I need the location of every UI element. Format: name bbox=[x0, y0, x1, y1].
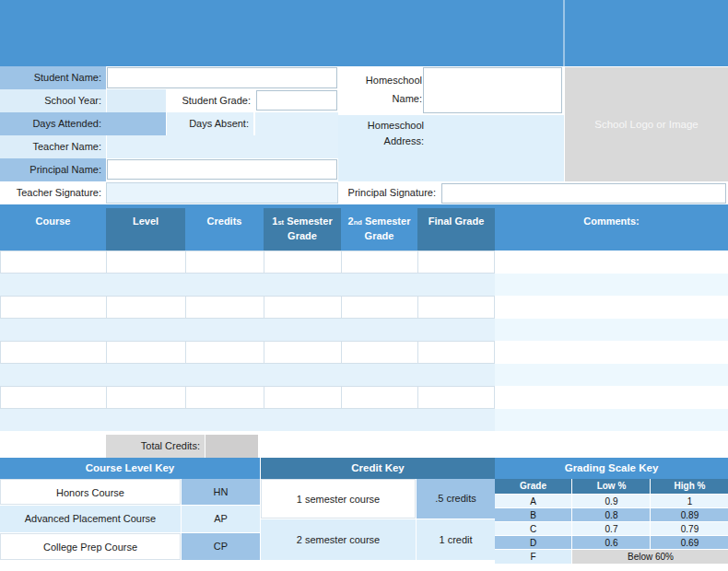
grading-row: A 0.9 1 bbox=[495, 495, 728, 508]
days-attended-cell[interactable]: Days Attended: bbox=[0, 112, 166, 135]
credit-key-value: .5 credits bbox=[417, 479, 495, 519]
school-year-input[interactable] bbox=[107, 89, 166, 112]
student-grade-input[interactable] bbox=[256, 90, 337, 111]
level-cell[interactable] bbox=[106, 297, 186, 318]
comments-cell[interactable] bbox=[495, 296, 728, 319]
comments-cell[interactable] bbox=[495, 274, 728, 297]
grade-range-value: Below 60% bbox=[571, 550, 728, 564]
course-row bbox=[0, 341, 495, 364]
sem1-grade-cell[interactable] bbox=[264, 387, 342, 408]
course-row bbox=[0, 296, 495, 319]
comments-cell[interactable] bbox=[495, 364, 728, 387]
comments-cell[interactable] bbox=[495, 386, 728, 409]
sem1-grade-cell[interactable] bbox=[264, 251, 342, 273]
course-level-name: College Prep Course bbox=[0, 533, 181, 560]
principal-signature-input[interactable] bbox=[441, 183, 726, 204]
sem1-grade-cell[interactable] bbox=[264, 342, 342, 363]
school-logo-placeholder[interactable]: School Logo or Image bbox=[565, 67, 728, 181]
homeschool-address-label: Homeschool Address: bbox=[341, 118, 424, 155]
grade-value: A bbox=[495, 495, 571, 507]
grading-scale-columns: Grade Low % High % bbox=[495, 479, 728, 494]
credits-header: Credits bbox=[185, 208, 264, 251]
course-cell[interactable] bbox=[1, 387, 107, 408]
course-header: Course bbox=[0, 208, 106, 251]
course-row[interactable] bbox=[0, 364, 495, 387]
sem2-grade-cell[interactable] bbox=[341, 342, 418, 363]
level-cell[interactable] bbox=[106, 387, 186, 408]
low-value: 0.6 bbox=[571, 536, 651, 549]
low-value: 0.9 bbox=[571, 495, 651, 507]
course-level-code: AP bbox=[182, 506, 260, 532]
course-level-name: Honors Course bbox=[0, 479, 181, 505]
grade-column-header: Grade bbox=[495, 479, 571, 494]
school-logo-placeholder-text: School Logo or Image bbox=[565, 67, 728, 181]
course-cell[interactable] bbox=[1, 342, 107, 363]
comments-cell[interactable] bbox=[495, 409, 728, 432]
course-row[interactable] bbox=[0, 319, 495, 342]
school-year-label: School Year: bbox=[0, 89, 106, 112]
student-grade-label: Student Grade: bbox=[167, 89, 255, 112]
sem1-grade-header: 1st Semester Grade bbox=[264, 208, 341, 251]
course-row[interactable] bbox=[0, 274, 495, 297]
total-credits-value[interactable] bbox=[205, 435, 258, 458]
final-grade-cell[interactable] bbox=[417, 342, 494, 363]
credit-key-title: Credit Key bbox=[261, 458, 495, 479]
course-level-code: HN bbox=[182, 479, 260, 505]
principal-signature-label: Principal Signature: bbox=[339, 181, 440, 204]
sem2-grade-cell[interactable] bbox=[341, 297, 418, 318]
comments-cell[interactable] bbox=[495, 341, 728, 364]
sem2-grade-header: 2nd Semester Grade bbox=[341, 208, 417, 251]
credits-cell[interactable] bbox=[185, 387, 264, 408]
credits-cell[interactable] bbox=[185, 251, 264, 273]
teacher-name-input[interactable] bbox=[107, 135, 338, 158]
grading-row: B 0.8 0.89 bbox=[495, 508, 728, 522]
credits-cell[interactable] bbox=[185, 342, 264, 363]
sem2-grade-cell[interactable] bbox=[341, 387, 418, 408]
low-value: 0.7 bbox=[571, 522, 651, 535]
grading-row: C 0.7 0.79 bbox=[495, 522, 728, 536]
grade-value: C bbox=[495, 522, 571, 535]
comments-cell[interactable] bbox=[495, 319, 728, 342]
low-column-header: Low % bbox=[571, 479, 651, 494]
course-cell[interactable] bbox=[1, 297, 107, 318]
course-level-code: CP bbox=[182, 533, 260, 560]
homeschool-name-input[interactable] bbox=[423, 67, 562, 113]
course-cell[interactable] bbox=[1, 251, 107, 273]
total-credits-label: Total Credits: bbox=[106, 435, 205, 458]
grade-value: D bbox=[495, 536, 571, 549]
comments-header: Comments: bbox=[495, 208, 728, 251]
final-grade-cell[interactable] bbox=[417, 387, 494, 408]
grading-row: F Below 60% bbox=[495, 550, 728, 564]
grade-value: F bbox=[495, 550, 571, 564]
sem2-grade-cell[interactable] bbox=[341, 251, 418, 273]
teacher-signature-input[interactable] bbox=[106, 182, 338, 204]
comments-cell[interactable] bbox=[495, 251, 728, 274]
level-cell[interactable] bbox=[106, 251, 186, 273]
student-name-label: Student Name: bbox=[0, 66, 106, 89]
principal-name-input[interactable] bbox=[107, 159, 337, 180]
days-absent-input[interactable] bbox=[254, 112, 338, 135]
course-row bbox=[0, 386, 495, 409]
level-cell[interactable] bbox=[106, 342, 186, 363]
credits-cell[interactable] bbox=[185, 297, 264, 318]
final-grade-cell[interactable] bbox=[417, 251, 494, 273]
sem2-text: Semester Grade bbox=[362, 216, 411, 241]
grading-scale-key-title: Grading Scale Key bbox=[495, 458, 728, 479]
course-row[interactable] bbox=[0, 409, 495, 432]
homeschool-name-label: Homeschool Name: bbox=[341, 66, 422, 112]
final-grade-cell[interactable] bbox=[417, 297, 494, 318]
grading-row: D 0.6 0.69 bbox=[495, 536, 728, 550]
student-name-input[interactable] bbox=[107, 67, 337, 88]
high-column-header: High % bbox=[650, 479, 728, 494]
high-value: 0.69 bbox=[650, 536, 728, 549]
course-row bbox=[0, 251, 495, 274]
teacher-signature-label: Teacher Signature: bbox=[0, 181, 106, 204]
sem1-grade-cell[interactable] bbox=[264, 297, 342, 318]
high-value: 0.89 bbox=[650, 508, 728, 521]
credit-key-name: 1 semester course bbox=[261, 479, 416, 519]
high-value: 1 bbox=[650, 495, 728, 507]
course-level-key-title: Course Level Key bbox=[0, 458, 260, 479]
principal-name-label: Principal Name: bbox=[0, 158, 106, 181]
days-attended-label: Days Attended: bbox=[0, 112, 106, 135]
sem2-ordinal: nd bbox=[354, 218, 362, 227]
